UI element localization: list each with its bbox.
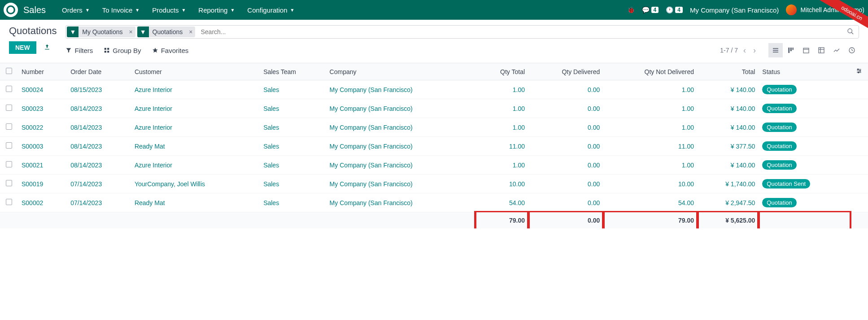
- cell-total: ¥ 140.00: [731, 124, 755, 131]
- cell-number[interactable]: S00002: [22, 199, 43, 206]
- col-status[interactable]: Status: [759, 63, 850, 80]
- messages-icon[interactable]: 💬4: [642, 6, 659, 13]
- svg-rect-10: [788, 48, 789, 53]
- table-row[interactable]: S0001907/14/2023YourCompany, Joel Willis…: [0, 175, 868, 193]
- col-company[interactable]: Company: [326, 63, 476, 80]
- cell-number[interactable]: S00021: [22, 162, 43, 169]
- status-badge: Quotation: [762, 104, 796, 113]
- view-pivot-icon[interactable]: [814, 43, 829, 57]
- cell-qty-delivered: 0.00: [588, 86, 600, 93]
- cell-company[interactable]: My Company (San Francisco): [330, 105, 413, 112]
- cell-team[interactable]: Sales: [263, 199, 279, 206]
- cell-team[interactable]: Sales: [263, 143, 279, 150]
- cell-company[interactable]: My Company (San Francisco): [330, 124, 413, 131]
- app-logo[interactable]: [4, 3, 18, 17]
- cell-qty-total: 1.00: [513, 124, 525, 131]
- favorites-button[interactable]: Favorites: [152, 47, 189, 54]
- table-row[interactable]: S0002308/14/2023Azure InteriorSalesMy Co…: [0, 99, 868, 118]
- cell-company[interactable]: My Company (San Francisco): [330, 180, 413, 188]
- col-date[interactable]: Order Date: [67, 63, 131, 80]
- row-checkbox[interactable]: [6, 123, 12, 130]
- filters-button[interactable]: Filters: [65, 47, 93, 54]
- row-checkbox[interactable]: [6, 142, 12, 149]
- row-checkbox[interactable]: [6, 86, 12, 92]
- col-team[interactable]: Sales Team: [260, 63, 326, 80]
- row-checkbox[interactable]: [6, 199, 12, 205]
- status-badge: Quotation: [762, 160, 796, 170]
- cell-number[interactable]: S00022: [22, 124, 43, 131]
- status-badge: Quotation: [762, 141, 796, 151]
- cell-customer[interactable]: Azure Interior: [135, 162, 172, 169]
- pager-prev-icon[interactable]: ‹: [742, 44, 748, 57]
- groupby-button[interactable]: Group By: [104, 47, 141, 54]
- cell-customer[interactable]: YourCompany, Joel Willis: [135, 180, 205, 188]
- search-input[interactable]: [197, 26, 843, 37]
- select-all-checkbox[interactable]: [6, 68, 12, 74]
- cell-number[interactable]: S00024: [22, 86, 43, 93]
- table-row[interactable]: S0000308/14/2023Ready MatSalesMy Company…: [0, 137, 868, 156]
- activities-icon[interactable]: 🕐4: [666, 6, 683, 13]
- company-switcher[interactable]: My Company (San Francisco): [690, 6, 779, 14]
- chip-close-icon[interactable]: ×: [186, 28, 195, 35]
- nav-reporting[interactable]: Reporting▼: [193, 3, 240, 18]
- cell-team[interactable]: Sales: [263, 162, 279, 169]
- chip-close-icon[interactable]: ×: [126, 28, 135, 35]
- table-row[interactable]: S0002108/14/2023Azure InteriorSalesMy Co…: [0, 156, 868, 175]
- totals-row: 79.00 0.00 79.00 ¥ 5,625.00: [0, 212, 868, 229]
- cell-team[interactable]: Sales: [263, 124, 279, 131]
- new-button[interactable]: NEW: [9, 41, 36, 54]
- col-options-icon[interactable]: [850, 63, 868, 80]
- upload-icon[interactable]: [44, 44, 51, 52]
- col-customer[interactable]: Customer: [131, 63, 260, 80]
- cell-number[interactable]: S00019: [22, 180, 43, 188]
- cell-qty-delivered: 0.00: [588, 124, 600, 131]
- table-row[interactable]: S0002208/14/2023Azure InteriorSalesMy Co…: [0, 118, 868, 137]
- col-qty-not-delivered[interactable]: Qty Not Delivered: [603, 63, 698, 80]
- row-checkbox[interactable]: [6, 180, 12, 186]
- cell-team[interactable]: Sales: [263, 86, 279, 93]
- view-activity-icon[interactable]: [845, 43, 859, 57]
- col-number[interactable]: Number: [18, 63, 67, 80]
- cell-company[interactable]: My Company (San Francisco): [330, 199, 413, 206]
- filter-chip-my-quotations[interactable]: ▼ My Quotations ×: [67, 26, 135, 37]
- col-total[interactable]: Total: [698, 63, 759, 80]
- view-graph-icon[interactable]: [829, 43, 844, 57]
- nav-products[interactable]: Products▼: [147, 3, 191, 18]
- cell-customer[interactable]: Ready Mat: [135, 199, 165, 206]
- cell-customer[interactable]: Azure Interior: [135, 105, 172, 112]
- cell-company[interactable]: My Company (San Francisco): [330, 143, 413, 150]
- app-name[interactable]: Sales: [23, 5, 46, 15]
- table-row[interactable]: S0002408/15/2023Azure InteriorSalesMy Co…: [0, 80, 868, 99]
- debug-icon[interactable]: 🐞: [627, 6, 635, 13]
- cell-company[interactable]: My Company (San Francisco): [330, 162, 413, 169]
- pager-text[interactable]: 1-7 / 7: [720, 47, 738, 54]
- user-menu[interactable]: Mitchell Admin (demo): [786, 4, 864, 15]
- row-checkbox[interactable]: [6, 161, 12, 167]
- cell-company[interactable]: My Company (San Francisco): [330, 86, 413, 93]
- nav-configuration[interactable]: Configuration▼: [242, 3, 300, 18]
- col-qty-total[interactable]: Qty Total: [475, 63, 528, 80]
- table-row[interactable]: S0000207/14/2023Ready MatSalesMy Company…: [0, 193, 868, 212]
- row-checkbox[interactable]: [6, 105, 12, 111]
- svg-rect-8: [773, 50, 778, 50]
- cell-customer[interactable]: Ready Mat: [135, 143, 165, 150]
- svg-point-25: [859, 70, 860, 71]
- filter-chip-quotations[interactable]: ▼ Quotations ×: [137, 26, 196, 37]
- cell-number[interactable]: S00023: [22, 105, 43, 112]
- nav-to-invoice[interactable]: To Invoice▼: [97, 3, 145, 18]
- svg-line-2: [851, 32, 853, 34]
- cell-team[interactable]: Sales: [263, 105, 279, 112]
- cell-customer[interactable]: Azure Interior: [135, 86, 172, 93]
- cell-number[interactable]: S00003: [22, 143, 43, 150]
- cell-qty-not-delivered: 1.00: [682, 124, 694, 131]
- nav-orders[interactable]: Orders▼: [57, 3, 95, 18]
- cell-customer[interactable]: Azure Interior: [135, 124, 172, 131]
- cell-team[interactable]: Sales: [263, 180, 279, 188]
- view-calendar-icon[interactable]: [799, 43, 813, 57]
- view-list-icon[interactable]: [768, 43, 783, 57]
- cell-date: 08/14/2023: [70, 162, 102, 169]
- pager-next-icon[interactable]: ›: [751, 44, 758, 57]
- col-qty-delivered[interactable]: Qty Delivered: [528, 63, 603, 80]
- view-kanban-icon[interactable]: [784, 43, 798, 57]
- search-icon[interactable]: [843, 28, 858, 36]
